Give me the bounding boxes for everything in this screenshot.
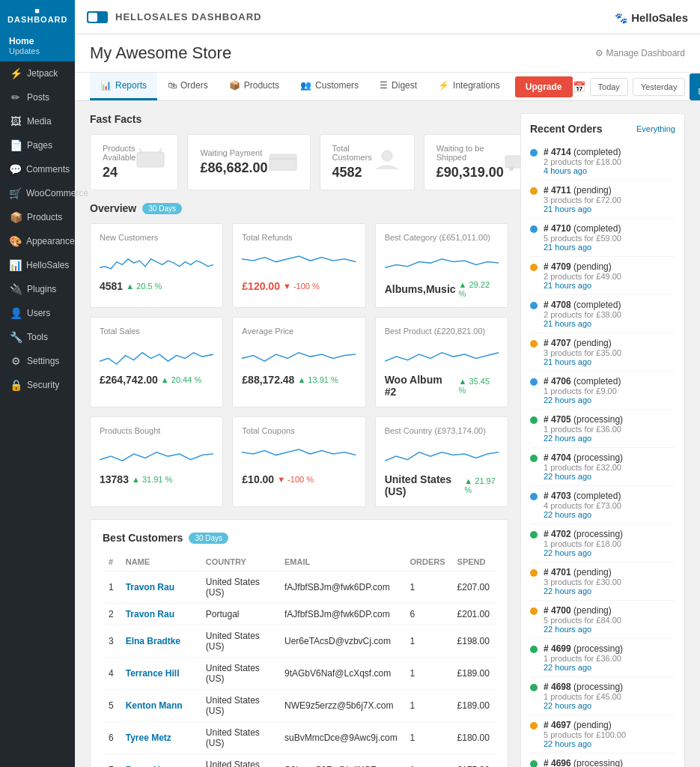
overview-card-total-coupons: Total Coupons £10.00 ▼ -100 % bbox=[232, 416, 365, 507]
30days-button[interactable]: 30 Days bbox=[690, 73, 700, 100]
order-item[interactable]: # 4709 (pending) 2 products for £49.00 2… bbox=[530, 257, 675, 295]
sidebar-item-users[interactable]: 👤 Users bbox=[0, 301, 75, 325]
topbar-left: HELLOSALES DASHBOARD bbox=[87, 11, 262, 23]
topbar: HELLOSALES DASHBOARD 🐾 HelloSales bbox=[75, 0, 700, 34]
order-info: # 4714 (completed) 2 products for £18.00… bbox=[544, 147, 675, 175]
topbar-logo: 🐾 HelloSales bbox=[615, 8, 688, 25]
order-time: 22 hours ago bbox=[544, 548, 675, 557]
order-status-dot bbox=[530, 302, 538, 309]
cell-rank: 1 bbox=[103, 572, 120, 604]
order-products: 2 products for £18.00 bbox=[544, 157, 675, 166]
sidebar-home-label: Home bbox=[9, 36, 66, 46]
order-item[interactable]: # 4711 (pending) 3 products for £72.00 2… bbox=[530, 181, 675, 219]
order-item[interactable]: # 4710 (completed) 5 products for £59.00… bbox=[530, 219, 675, 257]
security-icon: 🔒 bbox=[9, 379, 22, 391]
order-item[interactable]: # 4714 (completed) 2 products for £18.00… bbox=[530, 142, 675, 181]
cell-name: Kenton Mann bbox=[120, 690, 200, 722]
cell-rank: 4 bbox=[103, 658, 120, 690]
order-item[interactable]: # 4705 (processing) 1 products for £36.0… bbox=[530, 410, 675, 448]
order-item[interactable]: # 4702 (processing) 1 products for £18.0… bbox=[530, 524, 675, 563]
order-time: 21 hours ago bbox=[544, 281, 675, 290]
order-item[interactable]: # 4696 (processing) 1 products for £18.0… bbox=[530, 754, 675, 767]
order-item[interactable]: # 4707 (pending) 3 products for £35.00 2… bbox=[530, 333, 675, 372]
today-button[interactable]: Today bbox=[590, 78, 628, 96]
fact-content: Products Available 24 bbox=[103, 144, 136, 181]
overview-card-total-refunds: Total Refunds £120.00 ▼ -100 % bbox=[232, 223, 365, 308]
sidebar-item-products[interactable]: 📦 Products bbox=[0, 205, 75, 229]
tab-products[interactable]: 📦 Products bbox=[219, 73, 290, 100]
sidebar-home-item[interactable]: Home Updates bbox=[0, 30, 75, 61]
overview-section: Overview 30 Days New Customers 4581 ▲ 20… bbox=[90, 202, 508, 507]
cell-spend: £180.00 bbox=[451, 722, 496, 754]
card-label: Best Category (£651,011.00) bbox=[385, 233, 499, 242]
order-products: 2 products for £38.00 bbox=[544, 310, 675, 319]
sidebar-item-posts[interactable]: ✏ Posts bbox=[0, 85, 75, 109]
order-info: # 4699 (processing) 1 products for £36.0… bbox=[544, 643, 675, 672]
order-products: 1 products for £45.00 bbox=[544, 692, 675, 701]
order-products: 1 products for £18.00 bbox=[544, 539, 675, 548]
cell-email: S6LaneS9Za@LdjXCF.com bbox=[279, 754, 404, 768]
order-info: # 4707 (pending) 3 products for £35.00 2… bbox=[544, 338, 675, 366]
sidebar-item-settings[interactable]: ⚙ Settings bbox=[0, 349, 75, 373]
sidebar-item-security[interactable]: 🔒 Security bbox=[0, 373, 75, 397]
cell-orders: 1 bbox=[404, 625, 451, 658]
order-item[interactable]: # 4697 (pending) 5 products for £100.00 … bbox=[530, 715, 675, 754]
tab-digest[interactable]: ☰ Digest bbox=[369, 73, 427, 100]
fast-facts-header: Fast Facts bbox=[90, 113, 508, 125]
order-item[interactable]: # 4704 (processing) 1 products for £32.0… bbox=[530, 448, 675, 486]
tab-reports[interactable]: 📊 Reports bbox=[90, 73, 157, 100]
order-item[interactable]: # 4699 (processing) 1 products for £36.0… bbox=[530, 639, 675, 677]
sidebar-item-plugins[interactable]: 🔌 Plugins bbox=[0, 277, 75, 301]
fact-content: Waiting Payment £86,682.00 bbox=[200, 148, 267, 176]
cell-country: United States (US) bbox=[200, 658, 279, 690]
tab-orders[interactable]: 🛍 Orders bbox=[157, 73, 219, 100]
sidebar-item-hellosales[interactable]: 📊 HelloSales bbox=[0, 253, 75, 277]
dashboard-icon: ⚙ bbox=[595, 48, 603, 58]
cell-orders: 1 bbox=[404, 572, 451, 604]
sidebar-item-appearance[interactable]: 🎨 Appearance bbox=[0, 229, 75, 253]
cell-orders: 6 bbox=[404, 604, 451, 625]
cell-country: United States (US) bbox=[200, 754, 279, 768]
order-item[interactable]: # 4703 (completed) 4 products for £73.00… bbox=[530, 486, 675, 524]
sidebar-item-label: Settings bbox=[27, 356, 59, 366]
cell-country: United States (US) bbox=[200, 690, 279, 722]
manage-label: Manage Dashboard bbox=[606, 48, 685, 58]
order-status-dot bbox=[530, 378, 538, 386]
order-item[interactable]: # 4708 (completed) 2 products for £38.00… bbox=[530, 295, 675, 333]
order-time: 22 hours ago bbox=[544, 701, 675, 710]
sidebar-item-tools[interactable]: 🔧 Tools bbox=[0, 325, 75, 349]
calendar-icon[interactable]: 📅 bbox=[573, 81, 585, 93]
topbar-toggle[interactable] bbox=[87, 11, 108, 23]
order-item[interactable]: # 4698 (processing) 1 products for £45.0… bbox=[530, 677, 675, 715]
cell-name: Terrance Hill bbox=[120, 658, 200, 690]
order-info: # 4708 (completed) 2 products for £38.00… bbox=[544, 300, 675, 328]
sidebar-item-jetpack[interactable]: ⚡ Jetpack bbox=[0, 61, 75, 85]
order-time: 22 hours ago bbox=[544, 586, 675, 595]
tab-integrations[interactable]: ⚡ Integrations bbox=[427, 73, 511, 100]
order-item[interactable]: # 4700 (pending) 5 products for £84.00 2… bbox=[530, 601, 675, 639]
order-item[interactable]: # 4701 (pending) 3 products for £30.00 2… bbox=[530, 563, 675, 601]
sidebar-updates-label: Updates bbox=[9, 46, 66, 55]
sidebar-item-woocommerce[interactable]: 🛒 WooCommerce bbox=[0, 181, 75, 205]
everything-link[interactable]: Everything bbox=[636, 124, 675, 133]
order-products: 4 products for £73.00 bbox=[544, 501, 675, 510]
tab-customers[interactable]: 👥 Customers bbox=[290, 73, 369, 100]
card-value: £10.00 bbox=[242, 473, 274, 485]
sidebar-item-comments[interactable]: 💬 Comments bbox=[0, 157, 75, 181]
upgrade-button[interactable]: Upgrade bbox=[515, 76, 573, 97]
svg-rect-0 bbox=[137, 152, 164, 167]
best-customers-title: Best Customers bbox=[103, 532, 183, 544]
order-id: # 4703 (completed) bbox=[544, 491, 675, 501]
yesterday-button[interactable]: Yesterday bbox=[633, 78, 686, 96]
order-item[interactable]: # 4706 (completed) 1 products for £9.00 … bbox=[530, 372, 675, 410]
cell-orders: 1 bbox=[404, 658, 451, 690]
overview-days-badge: 30 Days bbox=[142, 203, 182, 214]
sidebar-item-media[interactable]: 🖼 Media bbox=[0, 109, 75, 133]
manage-dashboard-link[interactable]: ⚙ Manage Dashboard bbox=[595, 48, 685, 58]
order-time: 22 hours ago bbox=[544, 663, 675, 672]
order-products: 5 products for £100.00 bbox=[544, 730, 675, 739]
reports-icon: 📊 bbox=[100, 80, 112, 91]
order-status-dot bbox=[530, 455, 538, 462]
sidebar-logo: ■ DASHBOARD bbox=[0, 0, 75, 30]
sidebar-item-pages[interactable]: 📄 Pages bbox=[0, 133, 75, 157]
